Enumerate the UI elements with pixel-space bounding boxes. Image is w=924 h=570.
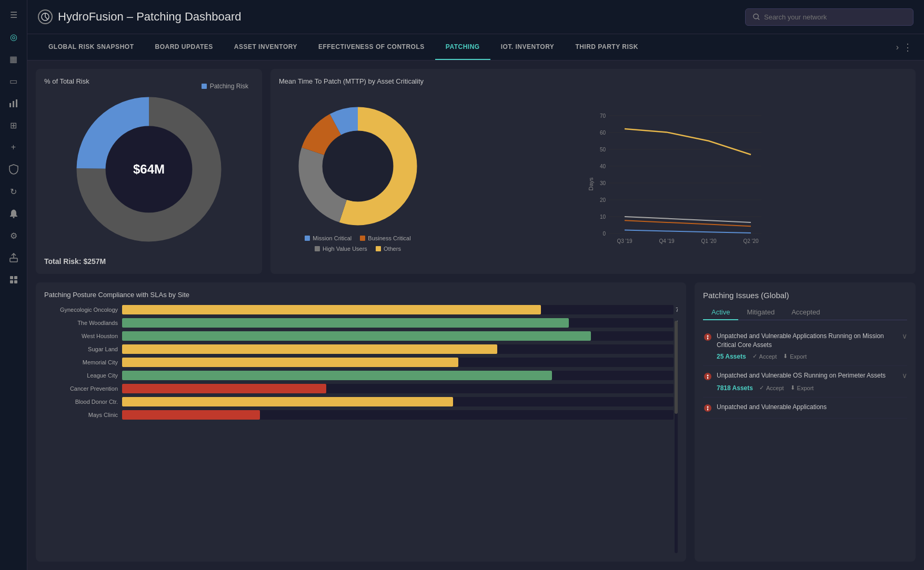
issues-tab-mitigated[interactable]: Mitigated xyxy=(738,305,783,320)
sidebar-menu-icon[interactable]: ☰ xyxy=(4,5,23,24)
sidebar-dashboard-icon[interactable]: ◎ xyxy=(4,27,23,46)
nav-global-risk[interactable]: GLOBAL RISK SNAPSHOT xyxy=(38,34,144,60)
svg-line-11 xyxy=(758,18,759,20)
sidebar-export-icon[interactable] xyxy=(4,248,23,267)
bar-label-league-city: League City xyxy=(44,372,118,379)
nav-iot-inventory[interactable]: IOT. INVENTORY xyxy=(490,34,565,60)
svg-rect-50 xyxy=(707,408,708,410)
bar-fill-memorial-city xyxy=(122,358,458,367)
issue-1-accept-label: Accept xyxy=(759,353,777,360)
issue-2-accept-label: Accept xyxy=(766,385,784,391)
bar-fill-league-city xyxy=(122,371,552,380)
svg-rect-44 xyxy=(707,338,708,340)
bar-fill-mays-clinic xyxy=(122,410,260,420)
risk-card-title: % of Total Risk xyxy=(44,77,89,85)
svg-text:0: 0 xyxy=(602,231,606,237)
search-bar[interactable] xyxy=(745,8,913,26)
nav-chevron-icon[interactable]: › xyxy=(896,43,899,52)
sidebar-bell-icon[interactable] xyxy=(4,204,23,223)
sidebar-refresh-icon[interactable]: ↻ xyxy=(4,182,23,201)
nav-patching[interactable]: PATCHING xyxy=(435,34,490,60)
legend-mission-critical: Mission Critical xyxy=(305,235,351,241)
scrollbar-track xyxy=(675,321,678,553)
bar-label-memorial-city: Memorial City xyxy=(44,359,118,365)
svg-rect-7 xyxy=(10,280,13,283)
sidebar-barchart-icon[interactable] xyxy=(4,94,23,113)
issue-2-header: Unpatched and Vulnerable OS Running on P… xyxy=(703,371,907,381)
issue-2-assets: 7818 Assets xyxy=(717,384,753,392)
svg-rect-1 xyxy=(13,101,14,107)
bar-row-blood-donor: Blood Donor Ctr. 60% xyxy=(44,397,674,406)
issue-2-chevron-icon[interactable]: ∨ xyxy=(902,371,907,380)
bar-track-west-houston: 85% xyxy=(122,331,674,341)
svg-text:Q2 '20: Q2 '20 xyxy=(743,238,759,244)
issue-2-accept-check-icon: ✓ xyxy=(759,384,764,391)
legend-business-critical: Business Critical xyxy=(360,235,410,241)
issue-2-bug-icon xyxy=(703,372,712,381)
bar-row-league-city: League City 78% xyxy=(44,371,674,380)
compliance-card: Patching Posture Compliance with SLAs by… xyxy=(36,282,686,562)
bar-chart-scroll[interactable]: Gynecologic Oncology 76% The Woodlands xyxy=(44,305,678,553)
sidebar-shield-icon[interactable] xyxy=(4,160,23,179)
issue-1-export-action[interactable]: ⬇ Export xyxy=(783,353,807,360)
nav-board-updates[interactable]: BOARD UPDATES xyxy=(144,34,223,60)
sidebar-settings-icon[interactable]: ⚙ xyxy=(4,226,23,245)
sidebar-plus-icon[interactable]: + xyxy=(4,138,23,157)
mttp-legend: Mission Critical Business Critical High … xyxy=(279,235,437,252)
issue-2-export-down-icon: ⬇ xyxy=(790,384,795,391)
bar-label-mays-clinic: Mays Clinic xyxy=(44,412,118,418)
svg-text:20: 20 xyxy=(600,197,606,203)
issue-1-text: Unpatched and Vulnerable Applications Ru… xyxy=(717,332,898,350)
issue-1-accept-action[interactable]: ✓ Accept xyxy=(752,353,777,360)
nav-third-party[interactable]: THIRD PARTY RISK xyxy=(565,34,649,60)
bar-row-sugar-land: Sugar Land 68% xyxy=(44,344,674,354)
bottom-row: Patching Posture Compliance with SLAs by… xyxy=(36,282,916,562)
issue-1-export-down-icon: ⬇ xyxy=(783,353,788,360)
issue-2-export-action[interactable]: ⬇ Export xyxy=(790,384,814,391)
bar-label-blood-donor: Blood Donor Ctr. xyxy=(44,399,118,405)
svg-point-20 xyxy=(323,131,393,201)
nav-dots-icon[interactable]: ⋮ xyxy=(903,42,913,53)
svg-point-46 xyxy=(707,374,709,376)
issue-2-text: Unpatched and Vulnerable OS Running on P… xyxy=(717,371,898,380)
issue-1-chevron-icon[interactable]: ∨ xyxy=(902,332,907,340)
issue-2-accept-action[interactable]: ✓ Accept xyxy=(759,384,784,391)
issues-tab-accepted[interactable]: Accepted xyxy=(783,305,828,320)
nav-asset-inventory[interactable]: ASSET INVENTORY xyxy=(224,34,308,60)
sidebar-analytics-icon[interactable]: ▦ xyxy=(4,49,23,68)
legend-others-label: Others xyxy=(384,246,401,252)
issue-1-bug-icon xyxy=(703,332,712,342)
mttp-card-title: Mean Time To Patch (MTTP) by Asset Criti… xyxy=(279,77,907,85)
issues-tab-active[interactable]: Active xyxy=(703,305,738,320)
scrollbar-thumb[interactable] xyxy=(675,321,678,414)
sidebar: ☰ ◎ ▦ ▭ ⊞ + ↻ ⚙ xyxy=(0,0,27,570)
issue-3-header: Unpatched and Vulnerable Applications xyxy=(703,403,907,413)
bar-pct-gynecologic: 76% xyxy=(676,307,678,313)
svg-text:70: 70 xyxy=(600,113,606,119)
bar-track-sugar-land: 68% xyxy=(122,344,674,354)
nav-more: › ⋮ xyxy=(896,42,913,53)
svg-rect-47 xyxy=(707,376,708,379)
svg-text:60: 60 xyxy=(600,130,606,136)
bar-row-west-houston: West Houston 85% xyxy=(44,331,674,341)
compliance-card-title: Patching Posture Compliance with SLAs by… xyxy=(44,291,678,299)
search-input[interactable] xyxy=(764,13,906,21)
nav-effectiveness[interactable]: EFFECTIVENESS OF CONTROLS xyxy=(308,34,435,60)
bar-fill-west-houston xyxy=(122,331,591,341)
svg-text:40: 40 xyxy=(600,164,606,169)
issues-card: Patching Issues (Global) Active Mitigate… xyxy=(695,282,916,562)
bar-track-gynecologic: 76% xyxy=(122,305,674,314)
nav-items: GLOBAL RISK SNAPSHOT BOARD UPDATES ASSET… xyxy=(38,34,649,60)
risk-card: % of Total Risk Patching Risk xyxy=(36,69,262,274)
bar-track-league-city: 78% xyxy=(122,371,674,380)
sidebar-monitor-icon[interactable]: ▭ xyxy=(4,72,23,90)
svg-rect-5 xyxy=(10,276,13,279)
sidebar-grid2-icon[interactable] xyxy=(4,270,23,289)
header: HydroFusion – Patching Dashboard xyxy=(27,0,924,34)
issue-2-export-label: Export xyxy=(797,385,814,391)
svg-rect-4 xyxy=(10,258,17,262)
app-title: HydroFusion – Patching Dashboard xyxy=(58,10,242,24)
svg-text:50: 50 xyxy=(600,147,606,152)
sidebar-grid-icon[interactable]: ⊞ xyxy=(4,116,23,135)
bar-row-cancer-prevention: Cancer Prevention 37% xyxy=(44,384,674,393)
